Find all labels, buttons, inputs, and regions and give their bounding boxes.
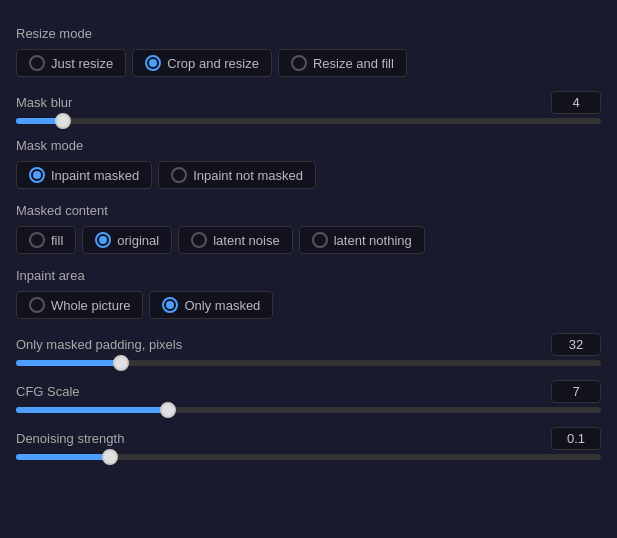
cfg-scale-fill <box>16 407 168 413</box>
masked-content-latent-noise[interactable]: latent noise <box>178 226 293 254</box>
cfg-scale-value[interactable]: 7 <box>551 380 601 403</box>
masked-content-latent-noise-radio <box>191 232 207 248</box>
denoising-strength-value[interactable]: 0.1 <box>551 427 601 450</box>
inpaint-area-only-masked-radio <box>162 297 178 313</box>
resize-mode-crop-and-resize-label: Crop and resize <box>167 56 259 71</box>
resize-mode-just-resize[interactable]: Just resize <box>16 49 126 77</box>
resize-mode-resize-and-fill[interactable]: Resize and fill <box>278 49 407 77</box>
denoising-strength-thumb[interactable] <box>102 449 118 465</box>
masked-content-original-radio <box>95 232 111 248</box>
mask-mode-inpaint-not-masked-label: Inpaint not masked <box>193 168 303 183</box>
only-masked-padding-thumb[interactable] <box>113 355 129 371</box>
mask-mode-inpaint-not-masked-radio <box>171 167 187 183</box>
mask-mode-inpaint-not-masked[interactable]: Inpaint not masked <box>158 161 316 189</box>
mask-mode-group: Inpaint masked Inpaint not masked <box>16 161 601 189</box>
mask-blur-thumb[interactable] <box>55 113 71 129</box>
masked-content-latent-nothing[interactable]: latent nothing <box>299 226 425 254</box>
cfg-scale-thumb[interactable] <box>160 402 176 418</box>
masked-content-label: Masked content <box>16 203 601 218</box>
resize-mode-crop-and-resize[interactable]: Crop and resize <box>132 49 272 77</box>
masked-content-latent-nothing-label: latent nothing <box>334 233 412 248</box>
resize-mode-resize-and-fill-label: Resize and fill <box>313 56 394 71</box>
inpaint-area-label: Inpaint area <box>16 268 601 283</box>
masked-content-fill-radio <box>29 232 45 248</box>
denoising-strength-slider[interactable] <box>16 454 601 460</box>
inpaint-area-whole-picture-label: Whole picture <box>51 298 130 313</box>
inpaint-area-only-masked-label: Only masked <box>184 298 260 313</box>
mask-mode-inpaint-masked-radio <box>29 167 45 183</box>
masked-content-latent-noise-label: latent noise <box>213 233 280 248</box>
mask-blur-label: Mask blur <box>16 95 72 110</box>
mask-mode-label: Mask mode <box>16 138 601 153</box>
masked-content-latent-nothing-radio <box>312 232 328 248</box>
mask-mode-inpaint-masked[interactable]: Inpaint masked <box>16 161 152 189</box>
denoising-strength-label: Denoising strength <box>16 431 124 446</box>
only-masked-padding-value[interactable]: 32 <box>551 333 601 356</box>
resize-mode-label: Resize mode <box>16 26 601 41</box>
mask-blur-slider[interactable] <box>16 118 601 124</box>
inpaint-area-only-masked[interactable]: Only masked <box>149 291 273 319</box>
masked-content-original-label: original <box>117 233 159 248</box>
resize-mode-resize-and-fill-radio <box>291 55 307 71</box>
mask-blur-row: Mask blur 4 <box>16 91 601 114</box>
masked-content-group: fill original latent noise latent nothin… <box>16 226 601 254</box>
masked-content-fill-label: fill <box>51 233 63 248</box>
masked-content-original[interactable]: original <box>82 226 172 254</box>
cfg-scale-row: CFG Scale 7 <box>16 380 601 403</box>
masked-content-fill[interactable]: fill <box>16 226 76 254</box>
mask-mode-inpaint-masked-label: Inpaint masked <box>51 168 139 183</box>
only-masked-padding-row: Only masked padding, pixels 32 <box>16 333 601 356</box>
denoising-strength-row: Denoising strength 0.1 <box>16 427 601 450</box>
resize-mode-crop-and-resize-radio <box>145 55 161 71</box>
cfg-scale-slider[interactable] <box>16 407 601 413</box>
inpaint-area-whole-picture-radio <box>29 297 45 313</box>
denoising-strength-fill <box>16 454 110 460</box>
mask-blur-value[interactable]: 4 <box>551 91 601 114</box>
resize-mode-group: Just resize Crop and resize Resize and f… <box>16 49 601 77</box>
inpaint-area-group: Whole picture Only masked <box>16 291 601 319</box>
only-masked-padding-slider[interactable] <box>16 360 601 366</box>
inpaint-area-whole-picture[interactable]: Whole picture <box>16 291 143 319</box>
only-masked-padding-label: Only masked padding, pixels <box>16 337 182 352</box>
resize-mode-just-resize-radio <box>29 55 45 71</box>
resize-mode-just-resize-label: Just resize <box>51 56 113 71</box>
only-masked-padding-fill <box>16 360 121 366</box>
cfg-scale-label: CFG Scale <box>16 384 80 399</box>
